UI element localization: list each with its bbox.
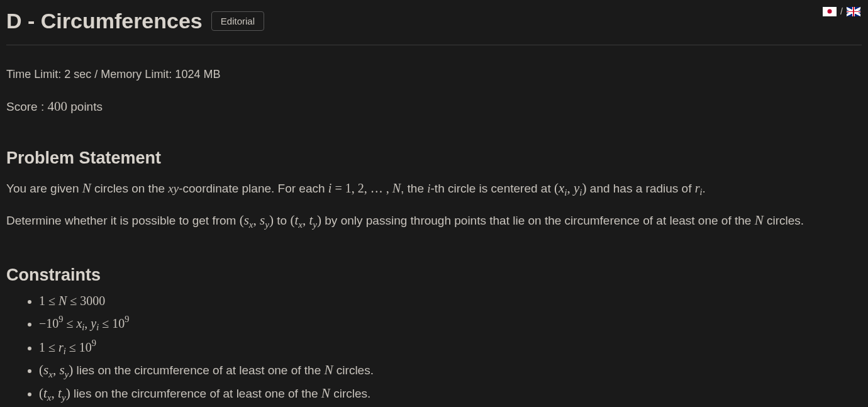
text: lies on the circumference of at least on…: [70, 387, 321, 400]
text: circles.: [764, 214, 804, 227]
score-suffix: points: [67, 100, 103, 113]
flag-uk-icon[interactable]: [847, 7, 860, 16]
constraint-3: 1 ≤ ri ≤ 109: [39, 335, 862, 359]
math-N: N: [82, 181, 91, 196]
constraint-1: 1 ≤ N ≤ 3000: [39, 290, 862, 311]
limits-text: Time Limit: 2 sec / Memory Limit: 1024 M…: [6, 68, 862, 81]
math-N: N: [325, 362, 333, 377]
constraint-4: (sx, sy) lies on the circumference of at…: [39, 359, 862, 382]
text: circles.: [330, 387, 370, 400]
math-N: N: [755, 213, 764, 228]
text: and has a radius of: [587, 182, 695, 195]
math-N: N: [321, 386, 330, 401]
text: Determine whether it is possible to get …: [6, 214, 240, 227]
problem-p2: Determine whether it is possible to get …: [6, 210, 862, 232]
constraints-heading: Constraints: [6, 265, 862, 285]
math-xy: xy: [168, 182, 179, 195]
text: .: [703, 182, 706, 195]
math-i-eq: i = 1, 2, … , N: [328, 181, 401, 195]
text: by only passing through points that lie …: [321, 214, 755, 227]
text: circles.: [333, 364, 374, 377]
problem-title: D - Circumferences: [6, 9, 203, 33]
text: -coordinate plane. For each: [179, 182, 328, 195]
problem-statement-heading: Problem Statement: [6, 148, 862, 168]
text: circles on the: [91, 182, 169, 195]
problem-p1: You are given N circles on the xy-coordi…: [6, 178, 862, 200]
text: -th circle is centered at: [431, 182, 554, 195]
math-ri: ri: [695, 181, 703, 195]
text: to: [274, 214, 290, 227]
flag-separator: /: [840, 6, 843, 16]
constraints-list: 1 ≤ N ≤ 3000 −109 ≤ xi, yi ≤ 109 1 ≤ ri …: [6, 290, 862, 407]
score-prefix: Score :: [6, 100, 47, 113]
math-sxsy: (sx, sy): [240, 213, 274, 228]
math-xiyi: (xi, yi): [554, 181, 587, 196]
constraint-5: (tx, ty) lies on the circumference of at…: [39, 382, 862, 406]
constraint-2: −109 ≤ xi, yi ≤ 109: [39, 312, 862, 335]
text: You are given: [6, 182, 82, 195]
math-txty: (tx, ty): [290, 213, 321, 228]
text: , the: [401, 182, 427, 195]
score-text: Score : 400 points: [6, 99, 862, 114]
score-value: 400: [47, 99, 67, 114]
language-switch: /: [823, 6, 860, 16]
flag-jp-icon[interactable]: [823, 7, 837, 16]
editorial-button[interactable]: Editorial: [211, 11, 264, 31]
text: lies on the circumference of at least on…: [73, 364, 324, 377]
